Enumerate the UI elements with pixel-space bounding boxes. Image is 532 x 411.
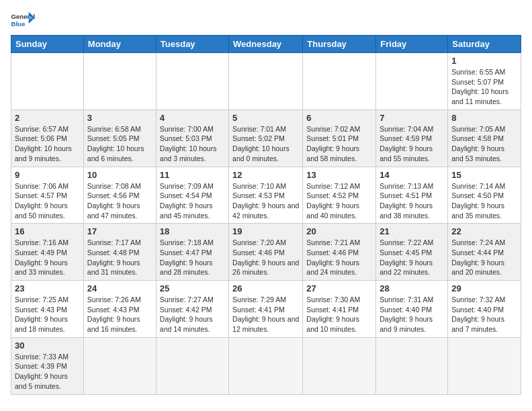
day-info: Sunrise: 6:55 AM Sunset: 5:07 PM Dayligh… xyxy=(451,67,517,107)
day-info: Sunrise: 7:26 AM Sunset: 4:43 PM Dayligh… xyxy=(87,295,152,334)
calendar-cell xyxy=(229,53,303,110)
calendar-cell: 26Sunrise: 7:29 AM Sunset: 4:41 PM Dayli… xyxy=(229,281,303,338)
day-info: Sunrise: 7:17 AM Sunset: 4:48 PM Dayligh… xyxy=(87,238,152,277)
calendar-cell: 18Sunrise: 7:18 AM Sunset: 4:47 PM Dayli… xyxy=(156,224,228,281)
calendar-cell xyxy=(376,53,448,110)
day-info: Sunrise: 7:32 AM Sunset: 4:40 PM Dayligh… xyxy=(451,295,517,334)
day-number: 23 xyxy=(15,283,80,293)
day-header-wednesday: Wednesday xyxy=(229,36,303,53)
day-number: 29 xyxy=(451,283,517,293)
calendar-cell: 13Sunrise: 7:12 AM Sunset: 4:52 PM Dayli… xyxy=(303,167,376,224)
day-number: 16 xyxy=(15,226,80,236)
day-info: Sunrise: 7:04 AM Sunset: 4:59 PM Dayligh… xyxy=(380,124,444,164)
day-header-sunday: Sunday xyxy=(11,36,84,53)
day-info: Sunrise: 7:20 AM Sunset: 4:46 PM Dayligh… xyxy=(232,238,299,277)
day-number: 19 xyxy=(232,226,299,236)
calendar-cell: 4Sunrise: 7:00 AM Sunset: 5:03 PM Daylig… xyxy=(156,109,228,167)
day-number: 12 xyxy=(232,170,299,180)
day-info: Sunrise: 7:10 AM Sunset: 4:53 PM Dayligh… xyxy=(232,181,299,221)
day-number: 27 xyxy=(306,283,372,293)
calendar-week-row: 30Sunrise: 7:33 AM Sunset: 4:39 PM Dayli… xyxy=(11,337,521,394)
calendar-cell: 12Sunrise: 7:10 AM Sunset: 4:53 PM Dayli… xyxy=(229,167,303,224)
day-info: Sunrise: 7:18 AM Sunset: 4:47 PM Dayligh… xyxy=(160,238,225,277)
calendar-cell xyxy=(83,337,156,394)
day-number: 6 xyxy=(306,113,372,123)
calendar-cell xyxy=(229,337,303,394)
calendar-cell: 21Sunrise: 7:22 AM Sunset: 4:45 PM Dayli… xyxy=(376,224,448,281)
day-header-friday: Friday xyxy=(376,36,448,53)
day-number: 1 xyxy=(451,56,517,66)
day-number: 28 xyxy=(380,283,444,293)
day-number: 5 xyxy=(232,113,299,123)
calendar-week-row: 23Sunrise: 7:25 AM Sunset: 4:43 PM Dayli… xyxy=(11,281,521,338)
day-info: Sunrise: 7:13 AM Sunset: 4:51 PM Dayligh… xyxy=(380,181,444,221)
day-info: Sunrise: 7:25 AM Sunset: 4:43 PM Dayligh… xyxy=(15,295,80,334)
day-info: Sunrise: 7:08 AM Sunset: 4:56 PM Dayligh… xyxy=(87,181,152,221)
day-number: 9 xyxy=(15,170,80,180)
calendar-cell xyxy=(156,53,228,110)
day-number: 18 xyxy=(160,226,225,236)
day-info: Sunrise: 7:09 AM Sunset: 4:54 PM Dayligh… xyxy=(160,181,225,221)
day-number: 2 xyxy=(15,113,80,123)
calendar-cell: 17Sunrise: 7:17 AM Sunset: 4:48 PM Dayli… xyxy=(83,224,156,281)
calendar-cell: 3Sunrise: 6:58 AM Sunset: 5:05 PM Daylig… xyxy=(83,109,156,167)
day-number: 20 xyxy=(306,226,372,236)
day-number: 25 xyxy=(160,283,225,293)
day-header-thursday: Thursday xyxy=(303,36,376,53)
day-info: Sunrise: 7:24 AM Sunset: 4:44 PM Dayligh… xyxy=(451,238,517,277)
day-info: Sunrise: 7:31 AM Sunset: 4:40 PM Dayligh… xyxy=(380,295,444,334)
day-number: 7 xyxy=(380,113,444,123)
calendar-cell: 14Sunrise: 7:13 AM Sunset: 4:51 PM Dayli… xyxy=(376,167,448,224)
calendar-cell xyxy=(448,337,521,394)
day-info: Sunrise: 7:33 AM Sunset: 4:39 PM Dayligh… xyxy=(15,352,80,392)
calendar-cell: 6Sunrise: 7:02 AM Sunset: 5:01 PM Daylig… xyxy=(303,109,376,167)
day-number: 11 xyxy=(160,170,225,180)
day-number: 10 xyxy=(87,170,152,180)
day-number: 17 xyxy=(87,226,152,236)
day-info: Sunrise: 7:21 AM Sunset: 4:46 PM Dayligh… xyxy=(306,238,372,277)
calendar-cell: 11Sunrise: 7:09 AM Sunset: 4:54 PM Dayli… xyxy=(156,167,228,224)
day-number: 24 xyxy=(87,283,152,293)
calendar-cell: 9Sunrise: 7:06 AM Sunset: 4:57 PM Daylig… xyxy=(11,167,84,224)
day-info: Sunrise: 7:30 AM Sunset: 4:41 PM Dayligh… xyxy=(306,295,372,334)
calendar-cell xyxy=(303,337,376,394)
calendar-week-row: 9Sunrise: 7:06 AM Sunset: 4:57 PM Daylig… xyxy=(11,167,521,224)
calendar-cell: 23Sunrise: 7:25 AM Sunset: 4:43 PM Dayli… xyxy=(11,281,84,338)
calendar-cell: 20Sunrise: 7:21 AM Sunset: 4:46 PM Dayli… xyxy=(303,224,376,281)
calendar-cell: 24Sunrise: 7:26 AM Sunset: 4:43 PM Dayli… xyxy=(83,281,156,338)
day-number: 3 xyxy=(87,113,152,123)
calendar-cell xyxy=(83,53,156,110)
calendar-cell: 15Sunrise: 7:14 AM Sunset: 4:50 PM Dayli… xyxy=(448,167,521,224)
calendar-cell: 29Sunrise: 7:32 AM Sunset: 4:40 PM Dayli… xyxy=(448,281,521,338)
calendar-cell: 27Sunrise: 7:30 AM Sunset: 4:41 PM Dayli… xyxy=(303,281,376,338)
calendar-week-row: 2Sunrise: 6:57 AM Sunset: 5:06 PM Daylig… xyxy=(11,109,521,167)
calendar-cell xyxy=(303,53,376,110)
page-header: General Blue xyxy=(11,11,521,30)
calendar-cell: 2Sunrise: 6:57 AM Sunset: 5:06 PM Daylig… xyxy=(11,109,84,167)
calendar-cell: 8Sunrise: 7:05 AM Sunset: 4:58 PM Daylig… xyxy=(448,109,521,167)
calendar-cell: 1Sunrise: 6:55 AM Sunset: 5:07 PM Daylig… xyxy=(448,53,521,110)
calendar-table: SundayMondayTuesdayWednesdayThursdayFrid… xyxy=(11,35,521,395)
calendar-cell: 28Sunrise: 7:31 AM Sunset: 4:40 PM Dayli… xyxy=(376,281,448,338)
day-info: Sunrise: 7:14 AM Sunset: 4:50 PM Dayligh… xyxy=(451,181,517,221)
day-info: Sunrise: 7:02 AM Sunset: 5:01 PM Dayligh… xyxy=(306,124,372,164)
day-info: Sunrise: 7:06 AM Sunset: 4:57 PM Dayligh… xyxy=(15,181,80,221)
calendar-cell xyxy=(11,53,84,110)
day-info: Sunrise: 7:27 AM Sunset: 4:42 PM Dayligh… xyxy=(160,295,225,334)
calendar-cell: 19Sunrise: 7:20 AM Sunset: 4:46 PM Dayli… xyxy=(229,224,303,281)
day-info: Sunrise: 7:01 AM Sunset: 5:02 PM Dayligh… xyxy=(232,124,299,164)
calendar-cell: 16Sunrise: 7:16 AM Sunset: 4:49 PM Dayli… xyxy=(11,224,84,281)
day-number: 21 xyxy=(380,226,444,236)
calendar-cell: 7Sunrise: 7:04 AM Sunset: 4:59 PM Daylig… xyxy=(376,109,448,167)
day-number: 30 xyxy=(15,340,80,351)
day-info: Sunrise: 6:58 AM Sunset: 5:05 PM Dayligh… xyxy=(87,124,152,164)
day-number: 26 xyxy=(232,283,299,293)
calendar-cell xyxy=(376,337,448,394)
day-header-tuesday: Tuesday xyxy=(156,36,228,53)
calendar-cell: 10Sunrise: 7:08 AM Sunset: 4:56 PM Dayli… xyxy=(83,167,156,224)
day-info: Sunrise: 7:12 AM Sunset: 4:52 PM Dayligh… xyxy=(306,181,372,221)
calendar-week-row: 16Sunrise: 7:16 AM Sunset: 4:49 PM Dayli… xyxy=(11,224,521,281)
day-header-monday: Monday xyxy=(83,36,156,53)
calendar-cell: 25Sunrise: 7:27 AM Sunset: 4:42 PM Dayli… xyxy=(156,281,228,338)
svg-text:Blue: Blue xyxy=(11,20,26,28)
